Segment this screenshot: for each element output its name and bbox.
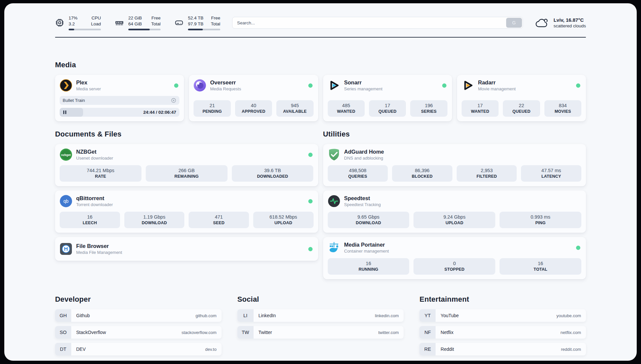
bookmark-abbr: YT [419,309,436,322]
status-online-dot [576,246,580,250]
app-name: Speedtest [344,195,381,202]
search-input[interactable] [232,17,523,29]
cpu-load-label: Load [91,21,101,27]
app-description: Torrent downloader [76,202,113,207]
status-online-dot [308,199,313,203]
playback-time: 24:44 / 02:06:47 [143,110,176,115]
card-sonarr[interactable]: Sonarr Series management 485 WANTED 17 Q… [323,75,452,121]
bookmark-abbr: RE [419,343,436,355]
card-portainer[interactable]: Media Portainer Container management 16 … [323,237,586,279]
memory-total-label: Total [151,21,161,27]
dashboard-page: 17% CPU 3.2 Load [4,3,637,361]
search-engine-button[interactable]: G [506,18,522,28]
adguard-icon [328,148,340,161]
card-overseerr[interactable]: Overseerr Media Requests 21 PENDING 40 A… [189,75,318,121]
bookmark-url: youtube.com [557,313,581,318]
app-name: NZBGet [76,149,113,155]
card-speedtest[interactable]: Speedtest Speedtest Tracking 9.65 Gbps D… [323,191,586,233]
app-description: DNS and adblocking [344,156,384,161]
stat-blocked: 86,396 BLOCKED [392,165,452,182]
stat-leech: 16 LEECH [60,212,120,228]
storage-progress-fill [188,29,203,30]
app-description: Media server [76,86,101,91]
svg-text:qb: qb [63,198,69,204]
search-bar: G [232,17,523,29]
stat-wanted: 485 WANTED [328,100,365,117]
app-name: AdGuard Home [344,149,384,155]
overseerr-icon [194,79,206,92]
bookmark-url: github.com [196,313,217,318]
card-adguard[interactable]: AdGuard Home DNS and adblocking 498,508 … [323,144,586,186]
bookmark-abbr: GH [55,309,71,322]
bookmark-url: netflix.com [561,330,581,335]
section-title-documents: Documents & Files [55,130,318,138]
cpu-icon [55,18,64,27]
section-media: Media Plex Media server Bullet Train [55,61,586,121]
bookmark-group-social: Social LI LinkedIn linkedin.com TW Twitt… [237,295,404,360]
app-description: Usenet downloader [76,156,113,161]
app-description: Media File Management [76,250,122,255]
playback-progress-row: 24:44 / 02:06:47 [60,108,179,117]
app-name: Media Portainer [344,242,389,248]
stat-queued: 17 QUEUED [369,100,406,117]
storage-free-value: 52.4 TB [188,15,203,21]
card-radarr[interactable]: Radarr Movie management 17 WANTED 22 QUE… [457,75,586,121]
nzbget-icon: nzbget [60,148,72,161]
bookmark-github[interactable]: GH Github github.com [55,309,222,322]
cpu-load-value: 3.2 [69,21,75,27]
app-name: Sonarr [344,79,382,86]
section-documents: Documents & Files nzbget NZBGet Usenet d… [55,130,318,279]
bookmark-abbr: SO [55,326,71,339]
radarr-icon [462,79,474,92]
ram-icon [115,18,124,27]
now-playing-title: Bullet Train [63,98,171,103]
stat-downloaded: 39.6 TB DOWNLOADED [232,165,314,182]
bookmark-group-entertainment: Entertainment YT YouTube youtube.com NF … [419,295,586,360]
card-plex[interactable]: Plex Media server Bullet Train 24:44 / 0 [55,75,184,121]
now-playing-row: Bullet Train [60,96,179,105]
top-bar: 17% CPU 3.2 Load [55,13,586,32]
bookmark-twitter[interactable]: TW Twitter twitter.com [237,326,404,339]
memory-progress-bar [128,29,161,30]
bookmark-netflix[interactable]: NF Netflix netflix.com [419,326,586,339]
stat-seed: 471 SEED [189,212,249,228]
section-utilities: Utilities AdGuard Home [323,130,586,279]
stat-filtered: 2,953 FILTERED [457,165,517,182]
bookmark-name: DEV [76,347,86,352]
card-qbittorrent[interactable]: qb qBittorrent Torrent downloader 16 LEE… [55,191,318,233]
bookmark-abbr: DT [55,343,71,355]
memory-free-value: 22 GiB [128,15,142,21]
stat-upload: 618.52 Mbps UPLOAD [253,212,314,228]
stat-remaining: 266 GB REMAINING [146,165,228,182]
header-divider [55,37,586,38]
bookmark-stackoverflow[interactable]: SO StackOverflow stackoverflow.com [55,326,222,339]
section-title-media: Media [55,61,586,69]
status-online-dot [308,247,313,251]
memory-free-label: Free [151,15,161,21]
memory-progress-fill [128,29,150,30]
stat-queued: 22 QUEUED [503,100,540,117]
storage-total-value: 97.9 TB [188,21,203,27]
card-nzbget[interactable]: nzbget NZBGet Usenet downloader 744.21 M… [55,144,318,186]
bookmark-linkedin[interactable]: LI LinkedIn linkedin.com [237,309,404,322]
status-online-dot [174,83,178,88]
session-target-icon[interactable] [171,98,176,103]
section-title-social: Social [237,295,404,304]
bookmark-youtube[interactable]: YT YouTube youtube.com [419,309,586,322]
speedtest-icon [328,195,340,207]
card-filebrowser[interactable]: File Browser Media File Management [55,237,318,261]
app-name: Overseerr [210,79,241,86]
bookmark-name: StackOverflow [76,330,106,335]
stat-movies: 834 MOVIES [544,100,581,117]
status-online-dot [308,153,313,157]
stat-available: 945 AVAILABLE [276,100,313,117]
bookmark-url: linkedin.com [375,313,399,318]
bookmark-group-developer: Developer GH Github github.com SO StackO… [55,295,222,360]
bookmark-dev[interactable]: DT DEV dev.to [55,343,222,355]
bookmark-reddit[interactable]: RE Reddit reddit.com [419,343,586,355]
cpu-progress-bar [69,29,101,30]
stat-stopped: 0 STOPPED [413,258,495,275]
stat-upload: 9.24 Gbps UPLOAD [413,212,495,228]
sonarr-icon [328,79,340,92]
stat-rate: 744.21 Mbps RATE [60,165,141,182]
